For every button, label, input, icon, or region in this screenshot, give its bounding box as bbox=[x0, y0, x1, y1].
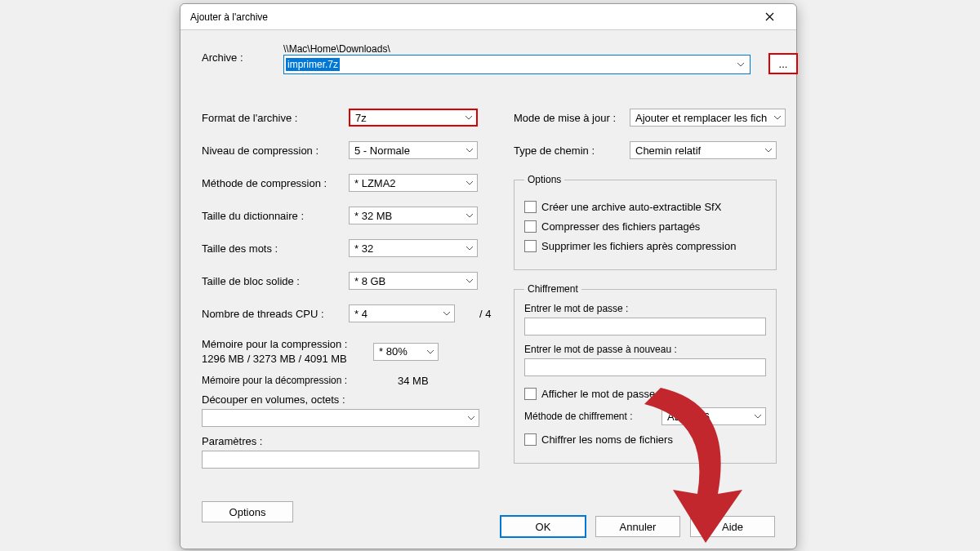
chevron-down-icon bbox=[466, 246, 474, 251]
checkbox-icon bbox=[524, 388, 537, 400]
dialog-title: Ajouter à l'archive bbox=[190, 11, 268, 23]
mem-decompress-label: Mémoire pour la décompression : bbox=[202, 374, 349, 387]
method-label: Méthode de compression : bbox=[202, 177, 349, 189]
show-password-checkbox-row[interactable]: Afficher le mot de passe bbox=[524, 388, 766, 400]
password-label: Entrer le mot de passe : bbox=[524, 303, 766, 314]
close-button[interactable] bbox=[752, 6, 786, 29]
options-button[interactable]: Options bbox=[202, 501, 293, 522]
word-label: Taille des mots : bbox=[202, 242, 349, 255]
password2-input[interactable] bbox=[524, 358, 766, 376]
split-label: Découper en volumes, octets : bbox=[202, 393, 504, 406]
chevron-down-icon bbox=[466, 278, 474, 283]
chevron-down-icon bbox=[466, 213, 474, 218]
archive-format-select[interactable]: 7z bbox=[349, 109, 478, 127]
archive-name-combo[interactable]: imprimer.7z bbox=[283, 55, 751, 74]
mem-compress-select[interactable]: * 80% bbox=[373, 343, 439, 361]
password-input[interactable] bbox=[524, 318, 766, 335]
titlebar: Ajouter à l'archive bbox=[180, 4, 796, 30]
threads-total: / 4 bbox=[479, 308, 491, 320]
compression-method-select[interactable]: * LZMA2 bbox=[349, 174, 478, 192]
checkbox-icon bbox=[524, 433, 537, 446]
shared-checkbox-row[interactable]: Compresser des fichiers partagés bbox=[524, 220, 766, 233]
checkbox-icon bbox=[524, 201, 537, 213]
enc-method-label: Méthode de chiffrement : bbox=[524, 411, 662, 422]
chevron-down-icon bbox=[466, 148, 474, 153]
mem-compress-label: Mémoire pour la compression : bbox=[202, 337, 349, 352]
word-size-select[interactable]: * 32 bbox=[349, 239, 478, 257]
browse-button[interactable]: ... bbox=[768, 53, 798, 74]
dict-label: Taille du dictionnaire : bbox=[202, 210, 349, 222]
params-label: Paramètres : bbox=[202, 435, 504, 447]
options-legend: Options bbox=[524, 174, 564, 185]
format-label: Format de l'archive : bbox=[202, 112, 349, 124]
chevron-down-icon bbox=[737, 62, 745, 67]
chevron-down-icon bbox=[426, 349, 434, 354]
ok-button[interactable]: OK bbox=[501, 516, 586, 537]
compression-level-select[interactable]: 5 - Normale bbox=[349, 141, 478, 159]
chevron-down-icon bbox=[764, 148, 773, 153]
archive-label: Archive : bbox=[202, 51, 243, 64]
chevron-down-icon bbox=[754, 414, 762, 419]
encryption-legend: Chiffrement bbox=[524, 283, 581, 295]
add-to-archive-dialog: Ajouter à l'archive \\Mac\Home\Downloads… bbox=[180, 3, 797, 549]
update-mode-select[interactable]: Ajouter et remplacer les fich bbox=[630, 109, 786, 127]
cpu-threads-select[interactable]: * 4 bbox=[349, 304, 455, 322]
mem-compress-detail: 1296 MB / 3273 MB / 4091 MB bbox=[202, 352, 349, 367]
chevron-down-icon bbox=[773, 115, 782, 120]
update-mode-label: Mode de mise à jour : bbox=[514, 112, 630, 124]
sfx-checkbox-row[interactable]: Créer une archive auto-extractible SfX bbox=[524, 201, 766, 213]
close-icon bbox=[765, 12, 774, 21]
cancel-button[interactable]: Annuler bbox=[595, 516, 680, 537]
mem-decompress-value: 34 MB bbox=[398, 375, 429, 387]
encrypt-names-checkbox-row[interactable]: Chiffrer les noms de fichiers bbox=[524, 433, 766, 446]
password2-label: Entrer le mot de passe à nouveau : bbox=[524, 344, 766, 355]
level-label: Niveau de compression : bbox=[202, 144, 349, 157]
delete-checkbox-row[interactable]: Supprimer les fichiers après compression bbox=[524, 240, 766, 252]
options-group: Options Créer une archive auto-extractib… bbox=[514, 174, 777, 270]
chevron-down-icon bbox=[466, 180, 474, 185]
block-label: Taille de bloc solide : bbox=[202, 275, 349, 287]
path-mode-label: Type de chemin : bbox=[514, 144, 630, 157]
chevron-down-icon bbox=[465, 115, 473, 120]
chevron-down-icon bbox=[467, 415, 475, 420]
dictionary-size-select[interactable]: * 32 MB bbox=[349, 207, 478, 224]
archive-filename: imprimer.7z bbox=[286, 58, 340, 71]
help-button[interactable]: Aide bbox=[690, 516, 775, 537]
archive-path: \\Mac\Home\Downloads\ bbox=[283, 43, 390, 55]
parameters-input[interactable] bbox=[202, 451, 479, 469]
chevron-down-icon bbox=[443, 311, 451, 316]
encryption-group: Chiffrement Entrer le mot de passe : Ent… bbox=[514, 283, 777, 464]
path-mode-select[interactable]: Chemin relatif bbox=[630, 141, 777, 159]
checkbox-icon bbox=[524, 220, 537, 233]
split-volumes-combo[interactable] bbox=[202, 409, 479, 427]
checkbox-icon bbox=[524, 240, 537, 252]
enc-method-select[interactable]: AES-256 bbox=[662, 407, 766, 425]
browse-label: ... bbox=[779, 58, 788, 70]
threads-label: Nombre de threads CPU : bbox=[202, 308, 349, 320]
solid-block-select[interactable]: * 8 GB bbox=[349, 272, 478, 290]
